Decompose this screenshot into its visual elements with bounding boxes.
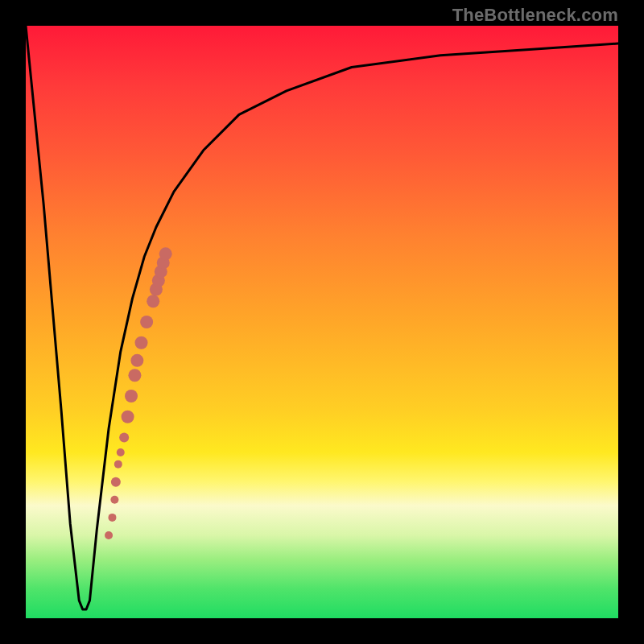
data-point: [130, 354, 143, 367]
data-point: [114, 460, 122, 469]
data-point: [110, 496, 118, 504]
data-point: [122, 411, 134, 423]
data-point: [147, 295, 159, 308]
chart-svg: [26, 26, 618, 618]
data-point: [135, 336, 148, 349]
data-point: [117, 448, 125, 456]
data-point: [108, 514, 116, 522]
watermark-text: TheBottleneck.com: [452, 5, 618, 26]
chart-frame: TheBottleneck.com: [0, 0, 644, 644]
data-point: [140, 316, 153, 328]
bottleneck-curve: [26, 26, 618, 609]
data-point: [111, 477, 121, 487]
data-point: [128, 369, 141, 382]
data-point: [125, 390, 138, 402]
data-point: [105, 531, 113, 539]
data-point: [119, 433, 129, 443]
data-point: [159, 247, 172, 260]
